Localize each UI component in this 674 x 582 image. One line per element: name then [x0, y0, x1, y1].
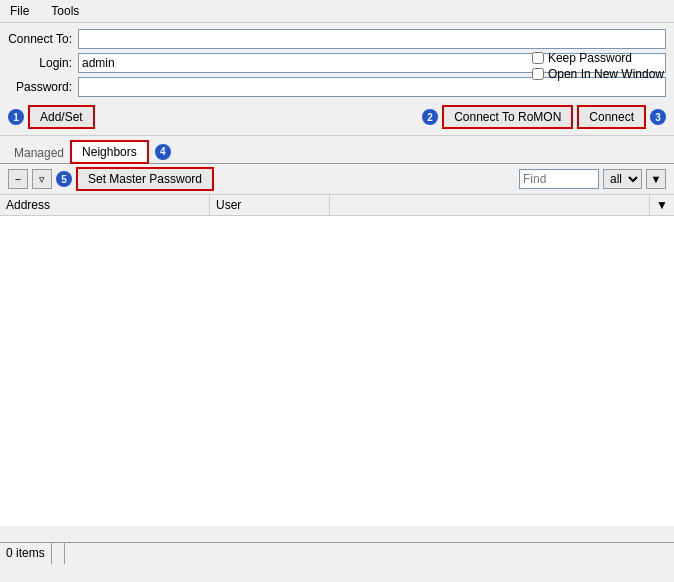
menu-file[interactable]: File — [4, 2, 35, 20]
connect-button[interactable]: Connect — [577, 105, 646, 129]
status-bar: 0 items — [0, 542, 674, 564]
badge-3: 3 — [650, 109, 666, 125]
filter-button[interactable]: ▿ — [32, 169, 52, 189]
keep-password-checkbox[interactable] — [532, 52, 544, 64]
status-empty-2 — [65, 543, 674, 564]
add-set-button[interactable]: Add/Set — [28, 105, 95, 129]
checkboxes-area: Keep Password Open In New Window — [532, 51, 664, 81]
header-section: Connect To: Login: Password: Keep Passwo… — [0, 23, 674, 136]
buttons-row: 1 Add/Set 2 Connect To RoMON Connect 3 — [8, 105, 666, 129]
toolbar-row: − ▿ 5 Set Master Password all ▼ — [0, 164, 674, 195]
menu-bar: File Tools — [0, 0, 674, 23]
table-section: Address User ▼ — [0, 195, 674, 526]
minus-button[interactable]: − — [8, 169, 28, 189]
table-body — [0, 216, 674, 526]
connect-to-romon-button[interactable]: Connect To RoMON — [442, 105, 573, 129]
badge-2: 2 — [422, 109, 438, 125]
arrow-column-header[interactable]: ▼ — [650, 195, 674, 215]
open-new-window-checkbox[interactable] — [532, 68, 544, 80]
keep-password-label: Keep Password — [548, 51, 632, 65]
connect-to-input[interactable] — [78, 29, 666, 49]
user-column-header: User — [210, 195, 330, 215]
badge-5: 5 — [56, 171, 72, 187]
tabs-section: Managed Neighbors 4 — [0, 136, 674, 164]
dropdown-arrow-button[interactable]: ▼ — [646, 169, 666, 189]
managed-label: Managed — [8, 143, 70, 163]
connect-to-label: Connect To: — [8, 32, 78, 46]
find-dropdown[interactable]: all — [603, 169, 642, 189]
login-label: Login: — [8, 56, 78, 70]
menu-tools[interactable]: Tools — [45, 2, 85, 20]
set-master-password-button[interactable]: Set Master Password — [76, 167, 214, 191]
badge-4: 4 — [155, 144, 171, 160]
connect-to-row: Connect To: — [8, 29, 666, 49]
find-input[interactable] — [519, 169, 599, 189]
neighbors-tab[interactable]: Neighbors — [70, 140, 149, 164]
address-column-header: Address — [0, 195, 210, 215]
keep-password-row: Keep Password — [532, 51, 664, 65]
extra-column-header — [330, 195, 650, 215]
open-new-window-row: Open In New Window — [532, 67, 664, 81]
status-empty-1 — [52, 543, 65, 564]
table-header: Address User ▼ — [0, 195, 674, 216]
open-new-window-label: Open In New Window — [548, 67, 664, 81]
badge-1: 1 — [8, 109, 24, 125]
password-label: Password: — [8, 80, 78, 94]
items-count: 0 items — [0, 543, 52, 564]
